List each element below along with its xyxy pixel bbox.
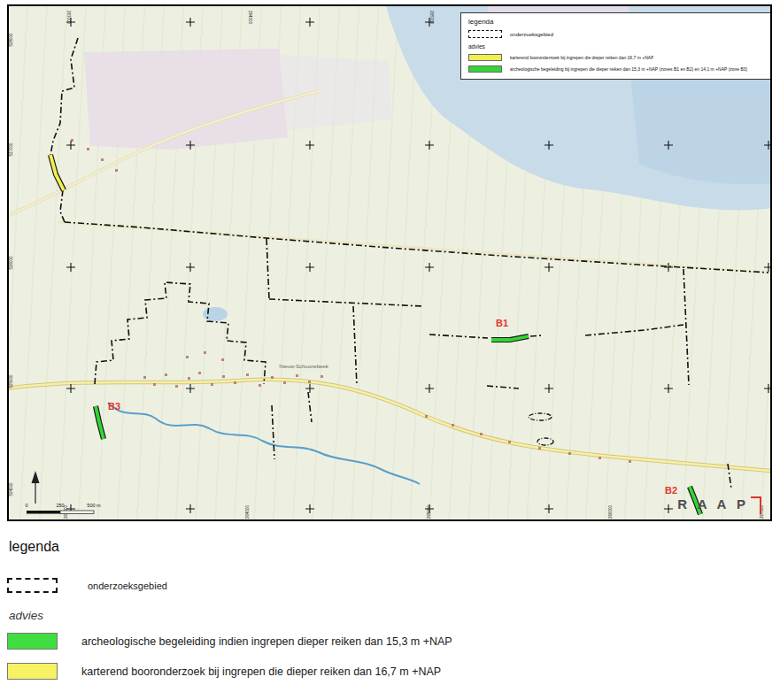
building (283, 381, 286, 384)
research-area-line (683, 269, 689, 385)
main-road (9, 380, 772, 472)
coord-tick: 527000 (9, 142, 13, 157)
coord-tick: 528000 (9, 33, 13, 47)
advice-segment-B1 (491, 336, 529, 340)
building (425, 415, 428, 418)
map-legend-title: legenda (468, 18, 764, 26)
map-legend-box: legenda onderzoeksgebied advies karteren… (460, 12, 772, 80)
map-legend-yellow-row: karterend booronderzoek bij ingrepen die… (468, 54, 764, 61)
building (153, 383, 156, 386)
grid-cross (66, 384, 75, 393)
research-area-line (266, 239, 269, 299)
raap-logo-text: R A A P (677, 496, 749, 512)
green-advice-swatch (7, 633, 58, 650)
grid-cross (305, 141, 314, 150)
pond (203, 307, 228, 321)
building (222, 375, 225, 378)
map-legend-advies-label: advies (468, 43, 764, 50)
legend-area-label: onderzoeksgebied (88, 581, 167, 591)
grid-cross (664, 384, 673, 393)
grid-cross (544, 384, 553, 393)
main-road-casing (9, 380, 772, 472)
grid-cross (544, 263, 553, 272)
zone-label-B1: B1 (496, 318, 508, 328)
yellow-advice-swatch (7, 663, 58, 680)
research-area-line (269, 299, 423, 306)
grid-cross (425, 141, 434, 150)
grid-cross (305, 18, 314, 27)
research-area-outline (537, 438, 553, 445)
grid-cross (425, 263, 434, 272)
building (186, 356, 189, 358)
building (480, 433, 483, 435)
grid-cross (186, 263, 195, 272)
raap-logo-mark-icon (751, 496, 761, 514)
research-area-line (272, 405, 274, 459)
grid-cross (764, 263, 772, 272)
zone-label-B2: B2 (665, 485, 677, 496)
grid-cross (305, 504, 314, 513)
building (599, 457, 601, 459)
building (234, 381, 236, 384)
advice-segment-B3 (96, 406, 104, 439)
yellow-advice-label: karterend booronderzoek bij ingrepen die… (81, 665, 441, 678)
coord-tick: 264000 (245, 504, 250, 519)
building (568, 452, 571, 455)
zone-label-B3: B3 (108, 401, 120, 412)
green-advice-label: archeologische begeleiding bij ingrepen … (510, 66, 747, 72)
building (452, 424, 454, 427)
scalebar-label: 500 m (87, 503, 101, 508)
scale-bar-segment (60, 511, 94, 514)
map-image: B1B2B3Nieuw-Schoonebeek26300026400026500… (9, 6, 772, 521)
map-legend-area-row: onderzoeksgebied (468, 30, 764, 38)
coord-tick: 266000 (608, 504, 613, 519)
building (211, 383, 213, 386)
grid-cross (305, 384, 314, 393)
research-area-line (429, 335, 488, 338)
legend-advies-label: advies (9, 609, 780, 622)
research-area-line (585, 325, 683, 335)
coord-tick: 524000 (9, 482, 13, 496)
raap-logo: R A A P (677, 496, 761, 514)
coord-tick: 263000 (66, 11, 71, 25)
building (296, 374, 298, 377)
building (165, 373, 167, 376)
grid-cross (764, 384, 772, 393)
coord-tick: 265000 (427, 504, 431, 519)
coord-tick: 526000 (9, 256, 13, 270)
grid-cross (425, 384, 434, 393)
legend: legenda onderzoeksgebied advies archeolo… (0, 532, 780, 680)
coord-tick: 264000 (248, 11, 252, 25)
building (198, 372, 201, 374)
green-advice-label: archeologische begeleiding indien ingrep… (81, 635, 452, 648)
building (188, 377, 190, 380)
building (87, 148, 89, 150)
green-advice-swatch (468, 65, 502, 73)
research-area-line (487, 386, 519, 388)
scale-bar-segment (27, 511, 60, 514)
scalebar-label: 250 (56, 503, 64, 508)
page: B1B2B3Nieuw-Schoonebeek26300026400026500… (0, 0, 780, 700)
building (508, 441, 511, 443)
research-area-line (308, 392, 312, 422)
dike-road (58, 222, 768, 273)
scalebar-label: 0 (25, 503, 27, 508)
research-area-line (95, 282, 266, 384)
building (221, 358, 224, 361)
grid-cross (186, 384, 195, 393)
legend-title: legenda (9, 539, 780, 555)
north-arrow (32, 471, 40, 504)
yellow-advice-swatch (468, 54, 502, 61)
research-area-swatch (468, 30, 502, 38)
research-area-line (353, 306, 357, 385)
building (320, 375, 323, 378)
legend-area-row: onderzoeksgebied (7, 578, 780, 593)
grid-cross (305, 263, 314, 272)
stream (108, 403, 420, 484)
moor-area (279, 55, 391, 130)
building (629, 460, 631, 463)
building (143, 376, 146, 379)
grid-cross (66, 141, 75, 150)
legend-green-row: archeologische begeleiding indien ingrep… (7, 633, 780, 650)
research-area-line (50, 38, 78, 155)
